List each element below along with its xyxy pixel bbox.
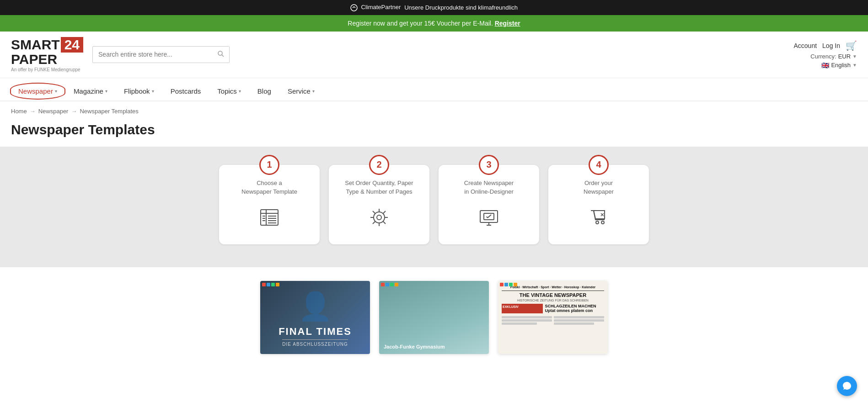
- currency-arrow[interactable]: ▼: [852, 54, 857, 59]
- template-card-1[interactable]: 👤 FINAL TIMES DIE ABSCHLUSSZEITUNG: [260, 281, 370, 354]
- svg-line-22: [373, 222, 375, 224]
- template-card-1-image: 👤 FINAL TIMES DIE ABSCHLUSSZEITUNG: [260, 281, 370, 354]
- breadcrumb-sep-1: →: [30, 108, 36, 115]
- breadcrumb-sep-2: →: [71, 108, 77, 115]
- top-bar-message: Unsere Druckprodukte sind klimafreundlic…: [404, 4, 518, 11]
- step-1-label: Choose aNewspaper Template: [228, 179, 311, 197]
- svg-line-19: [373, 211, 375, 213]
- breadcrumb: Home → Newspaper → Newspaper Templates: [0, 101, 868, 118]
- final-times-subtitle: DIE ABSCHLUSSZEITUNG: [282, 339, 348, 347]
- nav-blog[interactable]: Blog: [250, 82, 279, 100]
- template-card-3-image: Polski · Wirtschaft · Sport · Wetter · H…: [498, 281, 608, 354]
- language-row: 🇬🇧 English ▼: [821, 62, 857, 69]
- flag-icon: 🇬🇧: [821, 62, 829, 69]
- step-3-label: Create Newspaperin Online-Designer: [448, 179, 530, 197]
- svg-point-30: [601, 221, 604, 224]
- logo-paper: PAPER: [11, 53, 57, 66]
- step-4-number: 4: [589, 155, 609, 175]
- nav-magazine-arrow: ▾: [105, 89, 107, 94]
- account-link[interactable]: Account: [793, 42, 817, 49]
- step-4-card: 4 Order yourNewspaper: [548, 165, 649, 244]
- template-dots-1: [262, 283, 279, 286]
- nav-service-arrow: ▾: [312, 89, 315, 94]
- step-3-card: 3 Create Newspaperin Online-Designer: [439, 165, 539, 244]
- step-3-number: 3: [479, 155, 499, 175]
- header-actions: Account Log In 🛒 Currency: EUR ▼ 🇬🇧 Engl…: [793, 40, 857, 69]
- search-button[interactable]: [213, 47, 229, 63]
- step-4-label: Order yourNewspaper: [557, 179, 640, 197]
- logo[interactable]: SMART 24 PAPER An offer by FUNKE Medieng…: [11, 37, 83, 72]
- page-title: Newspaper Templates: [0, 118, 868, 147]
- template-card-3[interactable]: Polski · Wirtschaft · Sport · Wetter · H…: [498, 281, 608, 354]
- currency-label: Currency:: [810, 53, 836, 60]
- cart-icon[interactable]: 🛒: [846, 40, 857, 51]
- breadcrumb-current: Newspaper Templates: [80, 108, 138, 115]
- search-area: [92, 46, 784, 63]
- language-value[interactable]: English: [831, 62, 851, 69]
- header: SMART 24 PAPER An offer by FUNKE Medieng…: [0, 32, 868, 78]
- language-arrow[interactable]: ▼: [852, 63, 857, 68]
- nav-flipbook[interactable]: Flipbook ▾: [117, 82, 161, 100]
- navigation: Newspaper ▾ Magazine ▾ Flipbook ▾ Postca…: [0, 78, 868, 101]
- svg-line-20: [383, 222, 386, 224]
- search-input[interactable]: [93, 47, 213, 62]
- step-1-card: 1 Choose aNewspaper Template: [219, 165, 320, 244]
- nav-topics-arrow: ▾: [239, 89, 241, 94]
- step-2-card: 2 Set Order Quantity, PaperType & Number…: [329, 165, 429, 244]
- promo-bar: Register now and get your 15€ Voucher pe…: [0, 15, 868, 32]
- step-2-label: Set Order Quantity, PaperType & Number o…: [338, 179, 420, 197]
- step-1-icon: [228, 206, 311, 233]
- svg-point-0: [351, 5, 357, 11]
- teal-bg: Jacob-Funke Gymnasium: [379, 281, 489, 354]
- search-box[interactable]: [92, 46, 230, 63]
- nav-topics[interactable]: Topics ▾: [210, 82, 248, 100]
- template-card-2[interactable]: Jacob-Funke Gymnasium: [379, 281, 489, 354]
- nav-service[interactable]: Service ▾: [280, 82, 322, 100]
- login-link[interactable]: Log In: [822, 42, 840, 49]
- logo-smart: SMART: [11, 38, 60, 52]
- vintage-title: THE VINTAGE NEWSPAPER: [502, 292, 604, 298]
- svg-line-21: [383, 211, 386, 213]
- currency-row: Currency: EUR ▼: [810, 53, 857, 60]
- nav-newspaper[interactable]: Newspaper ▾: [11, 82, 64, 100]
- svg-line-28: [488, 215, 491, 218]
- logo-tagline: An offer by FUNKE Mediengruppe: [11, 67, 83, 72]
- nav-flipbook-arrow: ▾: [152, 89, 154, 94]
- template-dots-2: [381, 283, 398, 286]
- top-bar: ClimatePartner Unsere Druckprodukte sind…: [0, 0, 868, 15]
- steps-section: 1 Choose aNewspaper Template 2 Set Order…: [0, 147, 868, 267]
- nav-postcards[interactable]: Postcards: [163, 82, 209, 100]
- promo-text: Register now and get your 15€ Voucher pe…: [348, 20, 493, 27]
- breadcrumb-newspaper[interactable]: Newspaper: [38, 108, 69, 115]
- template-card-2-image: Jacob-Funke Gymnasium: [379, 281, 489, 354]
- step-3-icon: [448, 206, 530, 233]
- svg-point-1: [218, 51, 222, 55]
- vintage-bg: Polski · Wirtschaft · Sport · Wetter · H…: [498, 281, 608, 354]
- nav-newspaper-arrow: ▾: [55, 89, 57, 94]
- template-dots-3: [500, 283, 517, 286]
- promo-register-link[interactable]: Register: [495, 20, 520, 27]
- step-2-number: 2: [369, 155, 389, 175]
- logo-24: 24: [61, 37, 83, 53]
- final-times-bg: 👤 FINAL TIMES DIE ABSCHLUSSZEITUNG: [260, 281, 370, 354]
- step-2-icon: [338, 206, 420, 233]
- svg-point-13: [374, 212, 385, 223]
- svg-point-14: [377, 215, 381, 220]
- step-1-number: 1: [259, 155, 279, 175]
- teal-card-label: Jacob-Funke Gymnasium: [384, 344, 445, 349]
- final-times-title: FINAL TIMES: [279, 326, 352, 338]
- nav-magazine[interactable]: Magazine ▾: [66, 82, 115, 100]
- svg-line-2: [222, 55, 224, 57]
- breadcrumb-home[interactable]: Home: [11, 108, 27, 115]
- climate-partner-logo: ClimatePartner: [350, 4, 401, 11]
- templates-section: 👤 FINAL TIMES DIE ABSCHLUSSZEITUNG Jacob…: [0, 267, 868, 368]
- svg-point-29: [596, 221, 599, 224]
- step-4-icon: [557, 206, 640, 233]
- vintage-sub: HISTORISCHE ZEITUNG FÜR DAS SCHREIBEN: [502, 299, 604, 302]
- currency-value[interactable]: EUR: [838, 53, 851, 60]
